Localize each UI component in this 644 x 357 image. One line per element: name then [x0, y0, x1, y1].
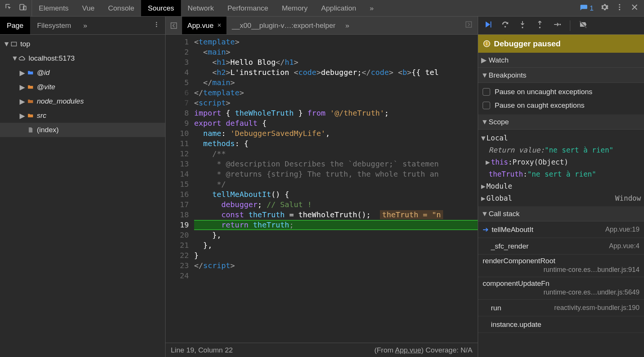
svg-point-5	[156, 22, 157, 23]
scope-this[interactable]: ▶this: Proxy(Object)	[478, 156, 644, 168]
svg-rect-17	[486, 43, 487, 45]
svg-point-18	[486, 42, 487, 43]
svg-point-15	[559, 24, 561, 25]
toolbar-right: 1	[580, 3, 644, 13]
tree-item-index[interactable]: (index)	[0, 123, 165, 137]
callstack-frame[interactable]: renderComponentRootruntime-core.es…bundl…	[478, 255, 644, 277]
svg-point-2	[619, 4, 620, 6]
callstack-frame[interactable]: _sfc_renderApp.vue:4	[478, 238, 644, 255]
devtools-tab-application[interactable]: Application	[314, 0, 363, 16]
editor-tab-close-icon[interactable]: ×	[217, 21, 222, 29]
cursor-position: Line 19, Column 22	[171, 346, 233, 354]
callstack-frame[interactable]: componentUpdateFnruntime-core.es…undler.…	[478, 277, 644, 300]
issues-badge[interactable]: 1	[580, 4, 594, 12]
debugger-toolbar	[478, 17, 644, 35]
step-out-icon[interactable]	[535, 20, 544, 31]
breakpoints-header[interactable]: ▼Breakpoints	[478, 68, 644, 83]
svg-point-3	[619, 6, 620, 8]
editor-tab-label: App.vue	[187, 21, 214, 30]
breakpoint-uncaught[interactable]: Pause on uncaught exceptions	[478, 85, 644, 99]
tree-item-top[interactable]: ▼top	[0, 37, 165, 51]
editor-tabs: App.vue × __x00__plugin-v…:export-helper…	[166, 17, 478, 35]
editor-tab-appvue[interactable]: App.vue ×	[182, 17, 226, 34]
svg-point-13	[522, 27, 523, 28]
editor-nav-next-icon[interactable]	[460, 21, 478, 30]
sidebar-tabs: Page Filesystem »	[0, 17, 165, 35]
file-tree: ▼top▼localhost:5173▶@id▶@vite▶node_modul…	[0, 35, 165, 357]
devtools-tabs-overflow[interactable]: »	[363, 0, 381, 16]
devtools-toolbar: ElementsVueConsoleSourcesNetworkPerforma…	[0, 0, 644, 17]
code-area[interactable]: 123456789101112131415161718192021222324 …	[166, 35, 478, 343]
settings-icon[interactable]	[600, 3, 609, 13]
editor-nav-prev-icon[interactable]	[166, 17, 182, 34]
code[interactable]: <template> <main> <h1>Hello Blog</h1> <h…	[193, 35, 478, 343]
deactivate-breakpoints-icon[interactable]	[579, 20, 588, 31]
sidebar-tab-filesystem[interactable]: Filesystem	[30, 17, 78, 34]
statusbar: Line 19, Column 22 (From App.vue) Covera…	[166, 343, 478, 357]
step-icon[interactable]	[553, 20, 562, 31]
devtools-tab-network[interactable]: Network	[181, 0, 221, 16]
devtools-tab-elements[interactable]: Elements	[32, 0, 75, 16]
step-over-icon[interactable]	[501, 20, 510, 31]
info-icon	[483, 40, 490, 47]
tree-item-id[interactable]: ▶@id	[0, 66, 165, 80]
callstack-frame[interactable]: instance.update	[478, 316, 644, 333]
sidebar-tabs-overflow[interactable]: »	[78, 21, 93, 30]
svg-rect-9	[171, 23, 177, 28]
inspect-element-icon[interactable]	[5, 3, 13, 13]
svg-rect-8	[11, 42, 17, 46]
tree-item-nodemodules[interactable]: ▶node_modules	[0, 94, 165, 108]
devtools-tabs: ElementsVueConsoleSourcesNetworkPerforma…	[32, 0, 363, 16]
sources-sidebar: Page Filesystem » ▼top▼localhost:5173▶@i…	[0, 17, 166, 357]
devtools-tab-performance[interactable]: Performance	[220, 0, 275, 16]
devtools-tab-memory[interactable]: Memory	[275, 0, 314, 16]
toolbar-divider	[570, 20, 570, 31]
watch-header[interactable]: ▶Watch	[478, 53, 644, 68]
device-toolbar-icon[interactable]	[19, 3, 27, 13]
breakpoints-body: Pause on uncaught exceptions Pause on ca…	[478, 83, 644, 114]
checkbox[interactable]	[483, 88, 490, 96]
editor-tabs-overflow[interactable]: »	[341, 21, 354, 30]
svg-point-4	[619, 9, 620, 11]
svg-point-7	[156, 26, 157, 27]
checkbox[interactable]	[483, 102, 490, 109]
scope-module[interactable]: ▶Module	[478, 180, 644, 192]
banner-text: Debugger paused	[494, 39, 560, 48]
editor-tab-label: __x00__plugin-v…:export-helper	[232, 21, 336, 30]
devtools-tab-console[interactable]: Console	[101, 0, 141, 16]
sidebar-menu-icon[interactable]	[148, 21, 165, 30]
scope-thetruth[interactable]: theTruth: "ne sert à rien"	[478, 168, 644, 180]
editor-area: App.vue × __x00__plugin-v…:export-helper…	[166, 17, 478, 357]
svg-point-6	[156, 24, 157, 25]
callstack-header[interactable]: ▼Call stack	[478, 206, 644, 221]
sidebar-tab-page[interactable]: Page	[0, 17, 30, 34]
callstack-frame[interactable]: ➔tellMeAboutItApp.vue:19	[478, 221, 644, 238]
toolbar-inspect-group	[0, 0, 32, 16]
source-file-link[interactable]: App.vue	[395, 346, 421, 354]
editor-tab-plugin[interactable]: __x00__plugin-v…:export-helper	[226, 17, 341, 34]
scope-return[interactable]: Return value: "ne sert à rien"	[478, 144, 644, 156]
breakpoint-caught[interactable]: Pause on caught exceptions	[478, 99, 644, 112]
debugger-paused-banner: Debugger paused	[478, 35, 644, 53]
svg-rect-10	[466, 22, 472, 27]
devtools-tab-vue[interactable]: Vue	[75, 0, 101, 16]
gutter: 123456789101112131415161718192021222324	[166, 35, 193, 343]
step-into-icon[interactable]	[518, 20, 527, 31]
tree-item-src[interactable]: ▶src	[0, 108, 165, 123]
statusbar-right: (From App.vue) Coverage: N/A	[374, 346, 472, 354]
close-icon[interactable]	[630, 3, 639, 13]
devtools-tab-sources[interactable]: Sources	[141, 0, 181, 16]
debugger-pane: Debugger paused ▶Watch ▼Breakpoints Paus…	[478, 17, 644, 357]
main-layout: Page Filesystem » ▼top▼localhost:5173▶@i…	[0, 17, 644, 357]
svg-rect-11	[491, 21, 491, 27]
tree-item-vite[interactable]: ▶@vite	[0, 80, 165, 94]
scope-header[interactable]: ▼Scope	[478, 114, 644, 130]
resume-icon[interactable]	[483, 20, 492, 31]
issues-count: 1	[589, 4, 594, 12]
scope-local[interactable]: ▼Local	[478, 132, 644, 144]
callstack-body: ➔tellMeAboutItApp.vue:19_sfc_renderApp.v…	[478, 221, 644, 333]
callstack-frame[interactable]: runreactivity.esm-bundler.js:190	[478, 300, 644, 316]
tree-item-localhost5173[interactable]: ▼localhost:5173	[0, 51, 165, 66]
scope-global[interactable]: ▶Global Window	[478, 192, 644, 204]
more-icon[interactable]	[615, 3, 624, 13]
